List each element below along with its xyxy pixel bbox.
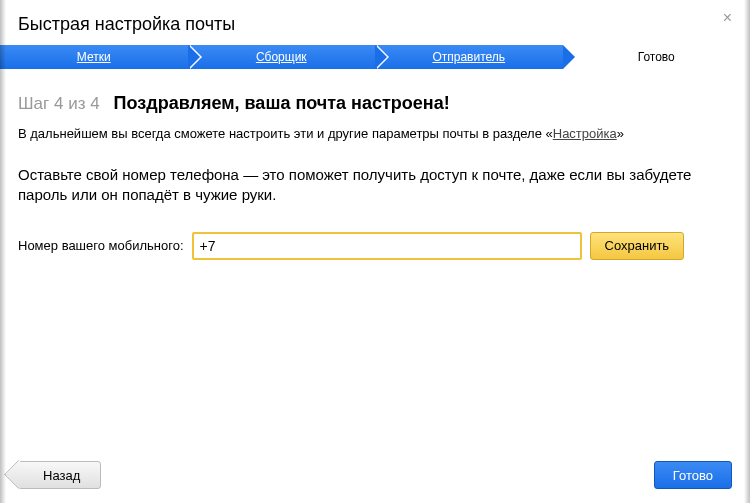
phone-input[interactable] (192, 232, 582, 260)
close-icon[interactable]: × (723, 10, 732, 26)
subtext-before: В дальнейшем вы всегда сможете настроить… (18, 126, 553, 141)
page-heading: Поздравляем, ваша почта настроена! (114, 93, 450, 114)
dialog-title: Быстрая настройка почты (18, 14, 235, 35)
settings-link[interactable]: Настройка (553, 126, 617, 141)
phone-label: Номер вашего мобильного: (18, 238, 184, 253)
save-button[interactable]: Сохранить (590, 232, 685, 260)
step-done: Готово (563, 45, 751, 69)
step-collector[interactable]: Сборщик (188, 45, 376, 69)
done-button[interactable]: Готово (654, 461, 732, 489)
info-text: Оставьте свой номер телефона — это помож… (18, 165, 732, 206)
subtext: В дальнейшем вы всегда сможете настроить… (18, 126, 732, 141)
back-button[interactable]: Назад (18, 461, 101, 489)
subtext-after: » (617, 126, 624, 141)
wizard-steps: Метки Сборщик Отправитель Готово (0, 45, 750, 69)
step-sender[interactable]: Отправитель (375, 45, 563, 69)
step-counter: Шаг 4 из 4 (18, 94, 100, 114)
step-labels[interactable]: Метки (0, 45, 188, 69)
back-button-label: Назад (43, 468, 80, 483)
